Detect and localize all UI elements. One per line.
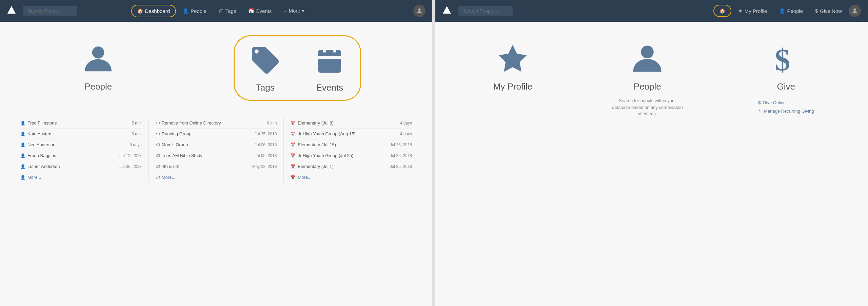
navbar-nav-right: 🏠 ★ My Profile 👤 People $ Give Now: [713, 5, 861, 17]
nav-myprofile[interactable]: ★ My Profile: [733, 5, 773, 17]
nav-tags-label: Tags: [225, 8, 236, 14]
svg-point-10: [641, 45, 654, 58]
search-input-left[interactable]: [23, 6, 77, 16]
calendar-icon: 📅: [291, 164, 296, 169]
nav-dashboard[interactable]: 🏠 Dashboard: [131, 5, 176, 17]
calendar-icon: 📅: [291, 153, 296, 158]
calendar-icon: 📅: [291, 121, 296, 126]
person-icon: 👤: [20, 142, 25, 147]
manage-recurring-link[interactable]: ↻ Manage Recurring Giving: [758, 109, 814, 114]
navbar-right: 🏠 ★ My Profile 👤 People $ Give Now: [435, 0, 868, 22]
svg-rect-3: [318, 50, 341, 73]
main-content-left: People Tags: [0, 22, 432, 306]
table-row[interactable]: 👤Luther Anderson Jul 06, 2018: [20, 161, 142, 172]
more-nav-icon: ≡: [284, 8, 287, 14]
nav-give[interactable]: $ Give Now: [810, 5, 847, 17]
nav-people-left[interactable]: 👤 People: [177, 5, 212, 17]
svg-marker-0: [7, 6, 16, 14]
people-icon-right: 👤: [779, 8, 785, 14]
table-row[interactable]: 👤Kate Austen 6 min: [20, 129, 142, 139]
icon-card-people[interactable]: People: [71, 35, 125, 99]
nav-more[interactable]: ≡ More ▾: [278, 5, 310, 17]
table-row[interactable]: 📅Jr High Youth Group (Jul 25) Jul 26, 20…: [291, 150, 412, 161]
table-row[interactable]: 🏷Tues AM Bible Study Jul 05, 2018: [156, 150, 277, 161]
navbar-nav-left: 🏠 Dashboard 👤 People 🏷 Tags 📅 Events ≡ M…: [131, 5, 310, 17]
table-row[interactable]: 🏷Running Group Jul 25, 2018: [156, 129, 277, 139]
icon-grid-left: People Tags: [10, 35, 422, 101]
nav-give-label: Give Now: [820, 8, 842, 14]
myprofile-icon-label: My Profile: [493, 81, 533, 92]
person-icon: 👤: [20, 132, 25, 136]
nav-people-right[interactable]: 👤 People: [774, 5, 808, 17]
tag-icon: 🏷: [156, 121, 160, 126]
people-icon-right-wrapper: [630, 42, 664, 76]
give-icon-label: Give: [777, 81, 795, 92]
people-nav-icon: 👤: [183, 8, 189, 14]
table-row[interactable]: 📅Elementary (Jul 15) Jul 26, 2018: [291, 139, 412, 150]
tag-icon: 🏷: [156, 153, 160, 158]
logo-right[interactable]: [442, 5, 452, 17]
nav-home-right[interactable]: 🏠: [713, 5, 731, 17]
tag-icon: 🏷: [156, 132, 160, 136]
tags-more-link[interactable]: 🏷More...: [156, 172, 277, 183]
tags-icon-wrapper: [248, 43, 282, 77]
icon-card-tags[interactable]: Tags: [241, 40, 289, 96]
tag-icon: 🏷: [156, 175, 160, 180]
svg-text:$: $: [775, 42, 790, 76]
table-row[interactable]: 🏷Remove from Online Directory 6 min: [156, 118, 277, 129]
calendar-icon: 📅: [291, 132, 296, 136]
events-more-link[interactable]: 📅More...: [291, 172, 412, 183]
table-row[interactable]: 📅Jr High Youth Group (Aug 15) 4 days: [291, 129, 412, 139]
give-online-link[interactable]: $ Give Online: [758, 100, 814, 105]
star-icon-wrapper: [496, 42, 530, 76]
table-row[interactable]: 🏷4th & 5th May 23, 2018: [156, 161, 277, 172]
tags-column: 🏷Remove from Online Directory 6 min 🏷Run…: [149, 118, 284, 183]
events-nav-icon: 📅: [248, 8, 254, 14]
table-row[interactable]: 📅Elementary (Jul 8) 4 days: [291, 118, 412, 129]
table-row[interactable]: 👤Frodo Baggins Jul 12, 2018: [20, 150, 142, 161]
recurring-icon: ↻: [758, 109, 762, 114]
icon-card-myprofile[interactable]: My Profile: [479, 35, 547, 99]
panel-left: 🏠 Dashboard 👤 People 🏷 Tags 📅 Events ≡ M…: [0, 0, 433, 306]
search-input-right[interactable]: [458, 6, 513, 16]
people-icon-wrapper: [81, 42, 115, 76]
svg-marker-9: [499, 45, 527, 72]
tags-events-highlight: Tags Events: [234, 35, 361, 101]
svg-point-2: [92, 46, 104, 58]
nav-people-label: People: [191, 8, 206, 14]
nav-events-label: Events: [256, 8, 272, 14]
right-icon-grid: My Profile People Search for people with…: [446, 35, 857, 124]
calendar-icon: 📅: [291, 175, 296, 180]
table-row[interactable]: 🏷Mom's Group Jul 06, 2018: [156, 139, 277, 150]
table-row[interactable]: 👤Fred Flintstone 5 min: [20, 118, 142, 129]
table-row[interactable]: 👤Neo Anderson 5 days: [20, 139, 142, 150]
icon-card-give[interactable]: $ Give $ Give Online ↻ Manage Recurring …: [748, 35, 824, 120]
events-icon-wrapper: [313, 43, 347, 77]
svg-marker-7: [443, 6, 451, 14]
dollar-icon: $: [815, 8, 818, 14]
svg-point-8: [853, 8, 856, 11]
table-row[interactable]: 📅Elementary (Jul 1) Jul 25, 2018: [291, 161, 412, 172]
icon-card-events[interactable]: Events: [306, 40, 353, 96]
person-icon: 👤: [20, 121, 25, 126]
main-content-right: My Profile People Search for people with…: [435, 22, 868, 306]
nav-dashboard-label: Dashboard: [145, 8, 170, 14]
nav-events[interactable]: 📅 Events: [243, 5, 277, 17]
avatar-right[interactable]: [849, 5, 861, 17]
give-links: $ Give Online ↻ Manage Recurring Giving: [758, 100, 814, 114]
nav-myprofile-label: My Profile: [745, 8, 767, 14]
people-more-link[interactable]: 👤More...: [20, 172, 142, 183]
give-online-icon: $: [758, 100, 761, 105]
people-right-icon-label: People: [634, 81, 661, 92]
icon-card-people-right[interactable]: People Search for people within your dat…: [600, 35, 695, 124]
person-icon: 👤: [20, 153, 25, 158]
avatar-left[interactable]: [413, 5, 426, 17]
nav-tags[interactable]: 🏷 Tags: [213, 5, 242, 17]
people-column: 👤Fred Flintstone 5 min 👤Kate Austen 6 mi…: [14, 118, 149, 183]
star-icon: ★: [738, 8, 743, 14]
logo-left[interactable]: [7, 5, 16, 17]
give-icon-wrapper: $: [769, 42, 803, 76]
home-icon: 🏠: [137, 8, 143, 14]
navbar-left: 🏠 Dashboard 👤 People 🏷 Tags 📅 Events ≡ M…: [0, 0, 432, 22]
nav-people-right-label: People: [787, 8, 803, 14]
